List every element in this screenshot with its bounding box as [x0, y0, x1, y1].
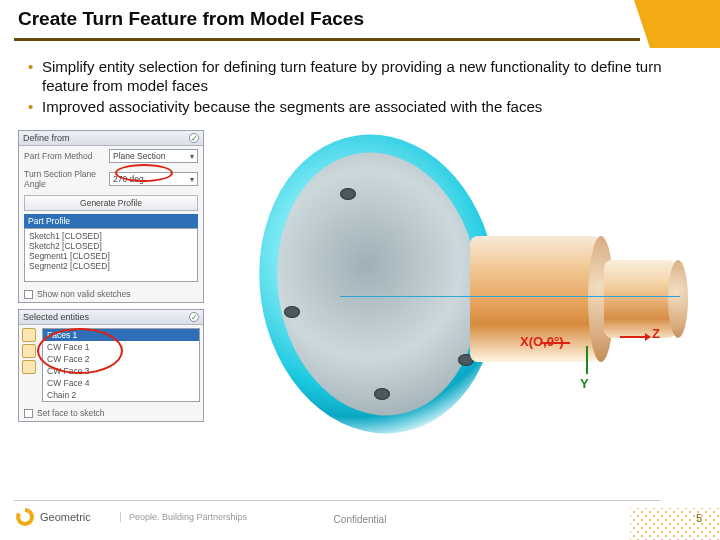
angle-dropdown[interactable]: 270 deg ▾: [109, 172, 198, 186]
list-item[interactable]: CW Face 3: [43, 365, 199, 377]
axis-x-arrow: [540, 342, 570, 344]
angle-label: Turn Section Plane Angle: [24, 169, 105, 189]
bullet-list: Simplify entity selection for defining t…: [0, 44, 720, 126]
method-dropdown[interactable]: Plane Section ▾: [109, 149, 198, 163]
panel-header: Selected entities ✓: [19, 310, 203, 325]
axis-line: [340, 296, 680, 297]
title-underline: [14, 38, 640, 41]
selected-body: Faces 1 CW Face 1 CW Face 2 CW Face 3 CW…: [19, 325, 203, 405]
set-face-row[interactable]: Set face to sketch: [19, 405, 203, 421]
panel-title: Define from: [23, 133, 70, 143]
tool-icon[interactable]: [22, 344, 36, 358]
angle-row: Turn Section Plane Angle 270 deg ▾: [19, 166, 203, 192]
model-figure: X(O,0°) Y Z: [220, 126, 690, 456]
content-area: Define from ✓ Part From Method Plane Sec…: [0, 126, 720, 476]
shaft-step-2: [604, 260, 676, 338]
panel-title: Selected entities: [23, 312, 89, 322]
checkbox-icon[interactable]: [24, 290, 33, 299]
axis-z-label: Z: [652, 326, 660, 341]
bullet-item: Improved associativity because the segme…: [28, 98, 702, 117]
selected-listbox[interactable]: Faces 1 CW Face 1 CW Face 2 CW Face 3 CW…: [42, 328, 200, 402]
selected-entities-panel: Selected entities ✓ Faces 1 CW Face 1 CW…: [18, 309, 204, 422]
list-item[interactable]: CW Face 1: [43, 341, 199, 353]
axis-y-label: Y: [580, 376, 589, 391]
method-value: Plane Section: [113, 151, 165, 161]
chevron-down-icon: ▾: [190, 152, 194, 161]
axis-z-arrow: [620, 336, 650, 338]
angle-value: 270 deg: [113, 174, 144, 184]
checkbox-label: Show non valid sketches: [37, 289, 131, 299]
axis-y-arrow: [586, 346, 588, 374]
checkbox-label: Set face to sketch: [37, 408, 105, 418]
shaft-assembly: [470, 226, 680, 372]
define-from-panel: Define from ✓ Part From Method Plane Sec…: [18, 130, 204, 303]
confirm-icon[interactable]: ✓: [189, 312, 199, 322]
bullet-item: Simplify entity selection for defining t…: [28, 58, 702, 96]
list-item[interactable]: Sketch1 [CLOSED]: [29, 231, 193, 241]
list-item[interactable]: CW Face 2: [43, 353, 199, 365]
corner-dot-pattern: [630, 508, 720, 540]
tool-icon[interactable]: [22, 328, 36, 342]
slide-footer: Geometric People. Building Partnerships …: [0, 500, 720, 540]
tool-icon[interactable]: [22, 360, 36, 374]
checkbox-icon[interactable]: [24, 409, 33, 418]
panel-header: Define from ✓: [19, 131, 203, 146]
confidential-label: Confidential: [0, 514, 720, 525]
footer-divider: [14, 500, 660, 501]
list-item[interactable]: CW Face 4: [43, 377, 199, 389]
method-row: Part From Method Plane Section ▾: [19, 146, 203, 166]
list-item[interactable]: Segment2 [CLOSED]: [29, 261, 193, 271]
method-label: Part From Method: [24, 151, 105, 161]
profile-listbox[interactable]: Sketch1 [CLOSED] Sketch2 [CLOSED] Segmen…: [24, 228, 198, 282]
chevron-down-icon: ▾: [190, 175, 194, 184]
property-panels: Define from ✓ Part From Method Plane Sec…: [18, 130, 204, 422]
list-item[interactable]: Chain 2: [43, 389, 199, 401]
show-invalid-row[interactable]: Show non valid sketches: [19, 286, 203, 302]
corner-accent: [650, 0, 720, 48]
confirm-icon[interactable]: ✓: [189, 133, 199, 143]
part-profile-header: Part Profile: [24, 214, 198, 228]
slide-title: Create Turn Feature from Model Faces: [18, 8, 702, 30]
list-item[interactable]: Segment1 [CLOSED]: [29, 251, 193, 261]
tool-icon-column: [19, 325, 39, 405]
shaft-step-2-end: [668, 260, 688, 338]
list-item[interactable]: Sketch2 [CLOSED]: [29, 241, 193, 251]
slide-header: Create Turn Feature from Model Faces: [0, 0, 720, 44]
generate-profile-button[interactable]: Generate Profile: [24, 195, 198, 211]
list-item[interactable]: Faces 1: [43, 329, 199, 341]
